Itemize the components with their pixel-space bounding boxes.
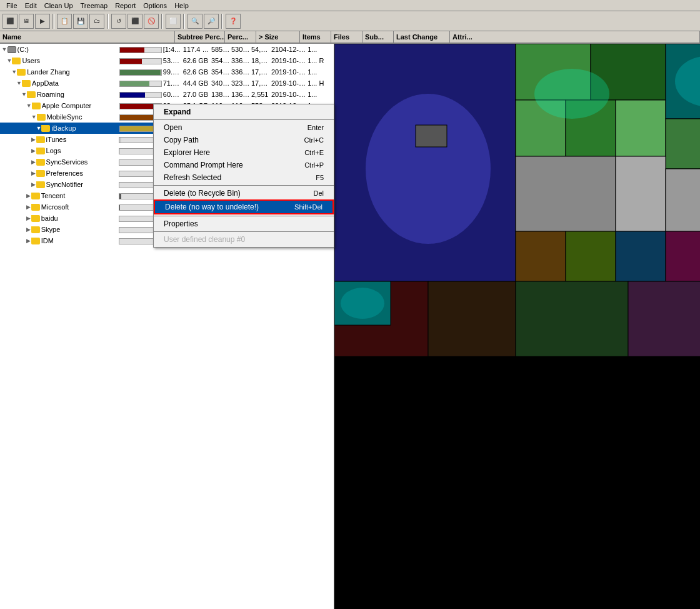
toolbar-btn-4[interactable]: 📋 [57, 14, 72, 29]
viz-panel [334, 44, 700, 609]
col-size[interactable]: > Size [256, 31, 300, 43]
tree-cell: 2019-10-21 [270, 91, 306, 98]
col-items[interactable]: Items [300, 31, 331, 43]
tree-cell: 62.6 GB [182, 57, 210, 64]
svg-rect-23 [516, 231, 566, 281]
col-sub[interactable]: Sub... [362, 31, 394, 43]
tree-toggle[interactable]: ▼ [36, 125, 41, 131]
folder-icon [22, 79, 32, 88]
toolbar-btn-13[interactable]: ❓ [226, 14, 241, 29]
tree-toggle[interactable]: ▶ [31, 159, 36, 165]
context-menu-separator [154, 119, 334, 120]
toolbar-btn-9[interactable]: 🚫 [144, 14, 159, 29]
context-menu-item[interactable]: Expand [154, 106, 334, 118]
context-menu-item[interactable]: Command Prompt HereCtrl+P [154, 159, 334, 171]
tree-toggle[interactable]: ▼ [31, 114, 37, 120]
col-changed[interactable]: Last Change [394, 31, 450, 43]
menu-treemap[interactable]: Treemap [77, 0, 112, 11]
menu-help[interactable]: Help [171, 0, 192, 11]
tree-cell: 336,... [230, 68, 250, 76]
tree-row-name: Lander Zhang [27, 68, 119, 76]
svg-rect-25 [616, 231, 666, 281]
folder-icon [36, 181, 46, 189]
tree-toggle[interactable]: ▼ [16, 80, 22, 86]
context-menu-item-label: User defined cleanup #0 [164, 235, 245, 244]
tree-cell: 2104-12-18 [270, 46, 306, 53]
tree-toggle[interactable]: ▶ [26, 226, 31, 233]
tree-toggle[interactable]: ▶ [26, 215, 31, 221]
context-menu-shortcut: Enter [308, 124, 324, 131]
menu-file[interactable]: File [2, 0, 21, 11]
col-perc[interactable]: Perc... [225, 31, 256, 43]
tree-toggle[interactable]: ▶ [31, 136, 36, 143]
context-menu: ExpandOpenEnterCopy PathCtrl+CExplorer H… [153, 104, 334, 248]
progress-bar-cell [119, 46, 162, 53]
tree-cell: 530,... [230, 46, 250, 53]
context-menu-item[interactable]: Delete (to Recycle Bin)Del [154, 187, 334, 199]
tree-row-name: Skype [41, 226, 119, 233]
folder-icon [17, 68, 27, 76]
tree-toggle[interactable]: ▶ [31, 181, 36, 188]
tree-row-name: Preferences [46, 169, 119, 177]
tree-toggle[interactable]: ▶ [31, 148, 36, 154]
toolbar-btn-6[interactable]: 🗂 [89, 14, 104, 29]
folder-icon [36, 158, 46, 166]
context-menu-item[interactable]: Delete (no way to undelete!)Shift+Del [154, 199, 334, 214]
tree-row[interactable]: ▼Users53.3%62.6 GB354,...336,...18,0...2… [0, 55, 334, 66]
tree-toggle[interactable]: ▼ [21, 91, 27, 98]
progress-bar-cell [119, 57, 162, 64]
context-menu-item[interactable]: Refresh SelectedF5 [154, 171, 334, 184]
folder-icon [32, 102, 42, 110]
col-subtree[interactable]: Subtree Perc... [175, 31, 225, 43]
col-name[interactable]: Name [0, 31, 175, 43]
toolbar-btn-11[interactable]: 🔍 [188, 14, 202, 29]
context-menu-shortcut: Ctrl+P [304, 161, 324, 169]
main-area: Name Subtree Perc... Perc... > Size Item… [0, 31, 700, 609]
tree-toggle[interactable]: ▶ [26, 204, 31, 210]
menu-edit[interactable]: Edit [21, 0, 41, 11]
tree-row[interactable]: ▼AppData71.0%44.4 GB340,...323,...17,3..… [0, 78, 334, 89]
folder-icon [31, 237, 41, 245]
tree-row[interactable]: ▼(C:)[1:4...117.4 GB585,...530,...54,3..… [0, 44, 334, 55]
progress-bar-cell [119, 91, 162, 98]
context-menu-shortcut: Ctrl+E [304, 149, 324, 156]
toolbar-btn-8[interactable]: ⬛ [128, 14, 142, 29]
toolbar-btn-3[interactable]: ▶ [35, 14, 50, 29]
tree-toggle[interactable]: ▶ [31, 170, 36, 176]
folder-icon [37, 113, 47, 121]
tree-row-name: Apple Computer [42, 102, 119, 109]
toolbar-btn-2[interactable]: 🖥 [19, 14, 34, 29]
toolbar-btn-7[interactable]: ↺ [111, 14, 126, 29]
toolbar-btn-1[interactable]: ⬛ [2, 14, 18, 29]
context-menu-item[interactable]: Properties [154, 218, 334, 230]
menu-cleanup[interactable]: Clean Up [41, 0, 77, 11]
folder-icon [8, 46, 18, 54]
svg-rect-18 [666, 169, 700, 231]
tree-cell: 136,... [230, 91, 250, 98]
tree-toggle[interactable]: ▼ [2, 46, 8, 53]
tree-toggle[interactable]: ▶ [26, 238, 31, 244]
col-files[interactable]: Files [331, 31, 362, 43]
menu-report[interactable]: Report [111, 0, 139, 11]
svg-rect-8 [616, 100, 666, 156]
progress-bar-cell [119, 79, 162, 87]
tree-row-name: Tencent [41, 192, 119, 199]
context-menu-item[interactable]: Copy PathCtrl+C [154, 134, 334, 146]
toolbar-btn-10[interactable]: ⬜ [166, 14, 181, 29]
context-menu-shortcut: F5 [316, 174, 324, 181]
tree-cell: 1... [306, 91, 331, 98]
svg-rect-13 [666, 119, 700, 169]
col-attr[interactable]: Attri... [450, 31, 700, 43]
context-menu-item[interactable]: Explorer HereCtrl+E [154, 146, 334, 159]
context-menu-shortcut: Ctrl+C [304, 136, 324, 144]
tree-row[interactable]: ▼Lander Zhang99.9%62.6 GB354,...336,...1… [0, 66, 334, 78]
tree-toggle[interactable]: ▼ [6, 58, 12, 64]
toolbar-btn-5[interactable]: 💾 [73, 14, 88, 29]
tree-toggle[interactable]: ▼ [26, 103, 32, 109]
menu-options[interactable]: Options [139, 0, 171, 11]
tree-row[interactable]: ▼Roaming60.7%27.0 GB138,...136,...2,5512… [0, 89, 334, 100]
context-menu-item[interactable]: OpenEnter [154, 121, 334, 134]
toolbar-btn-12[interactable]: 🔎 [204, 14, 219, 29]
tree-toggle[interactable]: ▶ [26, 193, 31, 199]
tree-toggle[interactable]: ▼ [11, 69, 17, 75]
